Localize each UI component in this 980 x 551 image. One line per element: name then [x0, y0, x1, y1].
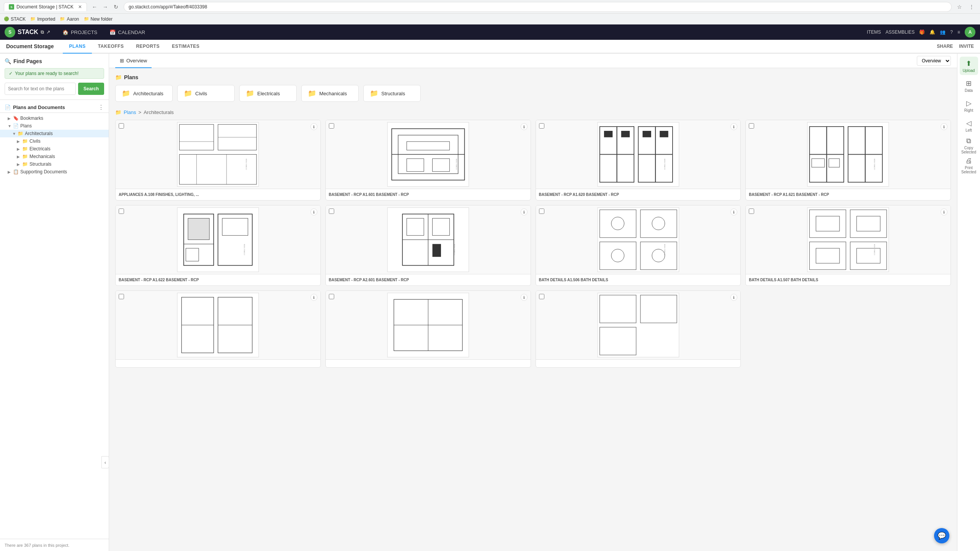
- tab-reports[interactable]: REPORTS: [130, 40, 166, 54]
- plan-checkbox-6[interactable]: [539, 209, 544, 214]
- print-selected-btn[interactable]: 🖨 Print Selected: [960, 156, 978, 174]
- plan-info-btn-4[interactable]: ℹ: [310, 209, 317, 215]
- plan-card-3[interactable]: ℹ MODEL TOBACCO: [745, 120, 951, 201]
- back-btn[interactable]: ←: [90, 2, 99, 11]
- assemblies-btn[interactable]: ASSEMBLIES: [885, 29, 915, 35]
- toggle-architecturals[interactable]: ▼: [12, 132, 18, 136]
- collapse-sidebar-btn[interactable]: ‹: [101, 456, 109, 468]
- plan-info-btn-7[interactable]: ℹ: [941, 209, 947, 215]
- toggle-mechanicals[interactable]: ▶: [17, 155, 22, 159]
- overview-tab[interactable]: ⊞ Overview: [115, 54, 152, 68]
- plan-card-4[interactable]: ℹ MODEL TOBACCO BASEMENT - RCP A1.: [115, 205, 321, 286]
- toggle-bookmarks[interactable]: ▶: [8, 116, 13, 121]
- gift-btn[interactable]: 🎁: [919, 29, 925, 35]
- active-tab[interactable]: S Document Storage | STACK ✕: [4, 2, 87, 11]
- tree-supporting-docs[interactable]: ▶ 📋 Supporting Documents ⋮: [0, 168, 109, 176]
- bookmark-imported[interactable]: 📁 Imported: [30, 16, 55, 22]
- plan-card-5[interactable]: ℹ MODEL TOBACCO BASEMENT - RCP A2.: [325, 205, 531, 286]
- plan-card-8[interactable]: ℹ: [115, 290, 321, 368]
- toggle-structurals[interactable]: ▶: [17, 162, 22, 166]
- share-btn[interactable]: SHARE: [937, 44, 953, 49]
- toggle-electricals[interactable]: ▶: [17, 147, 22, 151]
- nav-projects[interactable]: 🏠 PROJECTS: [56, 24, 103, 40]
- tree-civils[interactable]: ▶ 📁 Civils ⋮: [0, 137, 109, 145]
- plan-card-6[interactable]: ℹ MODEL TOBACCO: [536, 205, 741, 286]
- address-bar[interactable]: [124, 2, 952, 12]
- stack-logo[interactable]: S STACK ⧉ ↗: [5, 27, 50, 37]
- help-btn[interactable]: ?: [950, 29, 953, 35]
- toggle-civils[interactable]: ▶: [17, 139, 22, 143]
- folder-civils[interactable]: 📁 Civils: [177, 85, 235, 102]
- tree-plans[interactable]: ▼ 📄 Plans ⋮: [0, 122, 109, 130]
- left-btn[interactable]: ◁ Left: [960, 116, 978, 135]
- chat-button[interactable]: 💬: [934, 528, 949, 543]
- svg-text:MODEL TOBACCO: MODEL TOBACCO: [453, 244, 455, 256]
- folder-structurals[interactable]: 📁 Structurals: [363, 85, 421, 102]
- tab-takeoffs[interactable]: TAKEOFFS: [92, 40, 130, 54]
- plan-checkbox-9[interactable]: [329, 294, 334, 299]
- folder-icon-breadcrumb: 📁: [115, 109, 121, 115]
- right-btn[interactable]: ▷ Right: [960, 96, 978, 115]
- breadcrumb-parent[interactable]: Plans: [124, 109, 136, 115]
- forward-btn[interactable]: →: [101, 2, 110, 11]
- invite-btn[interactable]: INVITE: [959, 44, 974, 49]
- plan-checkbox-7[interactable]: [749, 209, 754, 214]
- right-panel: ⬆ Upload ⊞ Data ▷ Right ◁ Left ⧉ Copy Se…: [957, 54, 980, 551]
- bookmark-new-folder[interactable]: 📁 New folder: [84, 16, 113, 22]
- plans-docs-icon: 📄: [5, 104, 11, 110]
- users-btn[interactable]: 👥: [940, 29, 946, 35]
- bookmark-aaron[interactable]: 📁 Aaron: [60, 16, 79, 22]
- plan-checkbox-0[interactable]: [119, 123, 124, 129]
- menu-btn[interactable]: ⋮: [967, 2, 976, 11]
- bookmark-btn[interactable]: ☆: [955, 2, 964, 11]
- plan-info-btn-0[interactable]: ℹ: [310, 123, 317, 130]
- plan-checkbox-10[interactable]: [539, 294, 544, 299]
- search-input[interactable]: [5, 83, 76, 95]
- toggle-plans[interactable]: ▼: [8, 124, 13, 128]
- plan-info-btn-5[interactable]: ℹ: [521, 209, 528, 215]
- plan-checkbox-4[interactable]: [119, 209, 124, 214]
- tab-close-icon[interactable]: ✕: [78, 4, 82, 10]
- copy-selected-btn[interactable]: ⧉ Copy Selected: [960, 136, 978, 155]
- tree-bookmarks[interactable]: ▶ 🔖 Bookmarks: [0, 114, 109, 122]
- folder-electricals[interactable]: 📁 Electricals: [239, 85, 297, 102]
- upload-label: Upload: [963, 68, 975, 73]
- notification-btn[interactable]: 🔔: [929, 29, 935, 35]
- reload-btn[interactable]: ↻: [111, 2, 121, 11]
- plan-card-9[interactable]: ℹ: [325, 290, 531, 368]
- plan-card-10[interactable]: ℹ: [536, 290, 741, 368]
- plan-card-1[interactable]: ℹ MODEL TOBACCO BASEMENT - RCP A1.: [325, 120, 531, 201]
- civils-folder-icon: 📁: [22, 139, 28, 144]
- plan-checkbox-2[interactable]: [539, 123, 544, 129]
- tree-mechanicals[interactable]: ▶ 📁 Mechanicals ⋮: [0, 153, 109, 160]
- plan-info-btn-1[interactable]: ℹ: [521, 123, 528, 130]
- plan-checkbox-3[interactable]: [749, 123, 754, 129]
- plan-info-btn-9[interactable]: ℹ: [521, 294, 528, 301]
- tab-estimates[interactable]: ESTIMATES: [166, 40, 206, 54]
- plan-card-7[interactable]: ℹ MODEL TOBACCO: [745, 205, 951, 286]
- plan-checkbox-1[interactable]: [329, 123, 334, 129]
- plan-checkbox-5[interactable]: [329, 209, 334, 214]
- nav-calendar[interactable]: 📅 CALENDAR: [103, 24, 151, 40]
- plan-checkbox-8[interactable]: [119, 294, 124, 299]
- user-avatar[interactable]: A: [965, 27, 975, 37]
- folder-architecturals[interactable]: 📁 Architecturals: [115, 85, 173, 102]
- tree-electricals[interactable]: ▶ 📁 Electricals ⋮: [0, 145, 109, 153]
- plan-card-0[interactable]: ℹ MODEL TOBACCO APP: [115, 120, 321, 201]
- plan-info-btn-8[interactable]: ℹ: [310, 294, 317, 301]
- bookmark-stack[interactable]: 🟢 STACK: [4, 16, 26, 22]
- tree-architecturals[interactable]: ▼ 📁 Architecturals ⋮: [0, 130, 109, 137]
- menu-icon[interactable]: ≡: [957, 29, 960, 35]
- overview-select[interactable]: Overview: [917, 56, 951, 66]
- plan-info-btn-3[interactable]: ℹ: [941, 123, 947, 130]
- items-btn[interactable]: ITEMS: [867, 29, 881, 35]
- plan-card-2[interactable]: ℹ MODEL: [536, 120, 741, 201]
- section-more-btn[interactable]: ⋮: [98, 104, 104, 111]
- search-button[interactable]: Search: [78, 83, 104, 95]
- folder-mechanicals[interactable]: 📁 Mechanicals: [301, 85, 359, 102]
- toggle-supporting[interactable]: ▶: [8, 170, 13, 174]
- data-btn[interactable]: ⊞ Data: [960, 77, 978, 95]
- tree-structurals[interactable]: ▶ 📁 Structurals ⋮: [0, 160, 109, 168]
- upload-btn[interactable]: ⬆ Upload: [960, 57, 978, 75]
- tab-plans[interactable]: PLANS: [63, 40, 91, 54]
